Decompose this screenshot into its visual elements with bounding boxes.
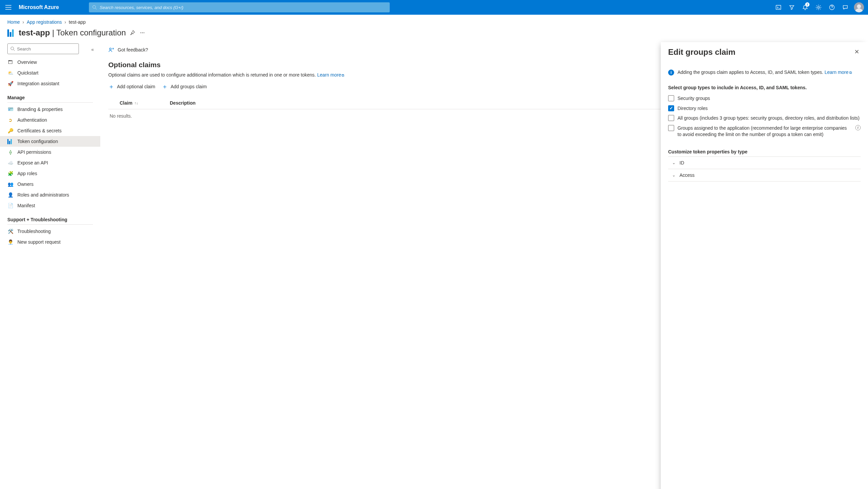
svg-point-0 (93, 5, 96, 8)
info-learn-more-link[interactable]: Learn more⧉ (825, 69, 852, 75)
checkbox[interactable] (668, 115, 674, 121)
nav-expose-api[interactable]: ☁️ Expose an API (0, 157, 100, 168)
nav-certificates-secrets[interactable]: 🔑 Certificates & secrets (0, 125, 100, 136)
checkbox-label: Directory roles (678, 105, 861, 112)
token-config-icon (7, 139, 13, 144)
collapse-nav-icon[interactable]: « (88, 47, 97, 52)
checkbox-directory-roles[interactable]: Directory roles (668, 103, 861, 114)
breadcrumb-app-registrations[interactable]: App registrations (27, 20, 62, 25)
checkbox[interactable] (668, 95, 674, 101)
nav-token-configuration[interactable]: Token configuration (0, 136, 100, 147)
nav-item-label: New support request (18, 239, 61, 245)
checkbox-all-groups[interactable]: All groups (includes 3 group types: secu… (668, 113, 861, 123)
settings-gear-icon[interactable] (812, 0, 825, 15)
nav-item-label: Quickstart (18, 70, 38, 75)
checkbox[interactable] (668, 105, 674, 111)
group-types-header: Select group types to include in Access,… (668, 85, 861, 90)
breadcrumb-separator: › (64, 20, 66, 25)
nav-app-roles[interactable]: 🧩 App roles (0, 168, 100, 179)
nav-overview[interactable]: 🗔 Overview (0, 57, 100, 67)
feedback-top-icon[interactable] (839, 0, 852, 15)
nav-api-permissions[interactable]: ⟠ API permissions (0, 147, 100, 157)
page-title-suffix: | Token configuration (50, 28, 126, 37)
svg-point-2 (817, 6, 819, 8)
nav-item-label: Authentication (18, 117, 47, 123)
cloud-shell-icon[interactable] (772, 0, 785, 15)
nav-search-input[interactable] (17, 47, 76, 52)
nav-item-label: Token configuration (18, 139, 58, 144)
directories-filter-icon[interactable] (785, 0, 799, 15)
help-icon[interactable] (825, 0, 839, 15)
breadcrumb-separator: › (22, 20, 24, 25)
nav-branding[interactable]: 🪪 Branding & properties (0, 104, 100, 115)
page-title-app-name: test-app (19, 28, 50, 37)
svg-rect-1 (776, 5, 781, 10)
nav-owners[interactable]: 👥 Owners (0, 179, 100, 189)
nav-item-label: Expose an API (18, 160, 48, 165)
left-nav-column: « 🗔 Overview ⛅ Quickstart 🚀 Integration … (0, 42, 100, 489)
sort-icon: ↑↓ (134, 101, 138, 105)
external-link-icon: ⧉ (849, 70, 852, 74)
nav-integration-assistant[interactable]: 🚀 Integration assistant (0, 78, 100, 89)
app-registration-icon (7, 29, 16, 37)
global-search[interactable] (89, 2, 390, 12)
blade-title: Edit groups claim (668, 48, 853, 57)
add-optional-claim-button[interactable]: ＋ Add optional claim (108, 84, 155, 90)
add-groups-claim-button[interactable]: ＋ Add groups claim (162, 84, 207, 90)
hamburger-menu-icon[interactable] (3, 2, 14, 13)
expander-label: ID (680, 160, 684, 165)
pin-icon[interactable] (129, 30, 135, 36)
nav-search[interactable] (7, 43, 79, 54)
page-title: test-app | Token configuration (19, 28, 126, 37)
authentication-icon: ➲ (7, 117, 13, 123)
nav-item-label: Owners (18, 182, 33, 187)
plus-icon: ＋ (108, 84, 114, 90)
support-request-icon: 👨‍💼 (7, 239, 13, 245)
nav-new-support-request[interactable]: 👨‍💼 New support request (0, 237, 100, 247)
info-help-icon[interactable]: i (855, 125, 861, 130)
nav-divider (7, 102, 93, 102)
notifications-icon[interactable]: 7 (799, 0, 812, 15)
brand-label[interactable]: Microsoft Azure (19, 4, 59, 10)
nav-group-manage: Manage (0, 92, 100, 102)
topbar: Microsoft Azure 7 (0, 0, 868, 15)
more-actions-icon[interactable]: ⋯ (139, 30, 146, 35)
nav-manifest[interactable]: 📄 Manifest (0, 200, 100, 211)
customize-token-header: Customize token properties by type (668, 149, 861, 154)
nav-item-label: Overview (18, 60, 37, 65)
checkbox-groups-assigned-to-app[interactable]: Groups assigned to the application (reco… (668, 123, 861, 140)
close-blade-icon[interactable]: ✕ (853, 48, 861, 56)
nav-item-label: Certificates & secrets (18, 128, 62, 133)
info-banner: i Adding the groups claim applies to Acc… (668, 69, 861, 75)
search-icon (10, 47, 15, 51)
expander-id[interactable]: ⌄ ID (668, 156, 861, 169)
owners-icon: 👥 (7, 181, 13, 187)
svg-point-4 (11, 47, 14, 50)
api-permissions-icon: ⟠ (7, 149, 13, 155)
notification-badge: 7 (805, 2, 809, 7)
account-avatar[interactable] (854, 2, 864, 12)
checkbox[interactable] (668, 125, 674, 131)
manifest-icon: 📄 (7, 203, 13, 209)
breadcrumb-current: test-app (69, 20, 86, 25)
feedback-label: Got feedback? (118, 47, 148, 53)
nav-troubleshooting[interactable]: 🛠️ Troubleshooting (0, 226, 100, 237)
breadcrumb-home[interactable]: Home (7, 20, 20, 25)
feedback-person-icon (108, 47, 114, 53)
nav-item-label: Branding & properties (18, 106, 62, 112)
global-search-input[interactable] (100, 5, 386, 10)
nav-item-label: Manifest (18, 203, 35, 208)
action-label: Add groups claim (170, 84, 207, 89)
plus-icon: ＋ (162, 84, 168, 90)
nav-quickstart[interactable]: ⛅ Quickstart (0, 67, 100, 78)
learn-more-link[interactable]: Learn more⧉ (317, 72, 345, 78)
nav-roles-administrators[interactable]: 👤 Roles and administrators (0, 189, 100, 200)
key-icon: 🔑 (7, 128, 13, 134)
expander-access[interactable]: ⌄ Access (668, 169, 861, 182)
checkbox-security-groups[interactable]: Security groups (668, 94, 861, 103)
column-header-claim[interactable]: Claim ↑↓ (110, 100, 170, 105)
checkbox-label: Security groups (678, 95, 861, 102)
info-icon: i (668, 69, 674, 75)
nav-divider (7, 224, 93, 224)
nav-authentication[interactable]: ➲ Authentication (0, 115, 100, 125)
